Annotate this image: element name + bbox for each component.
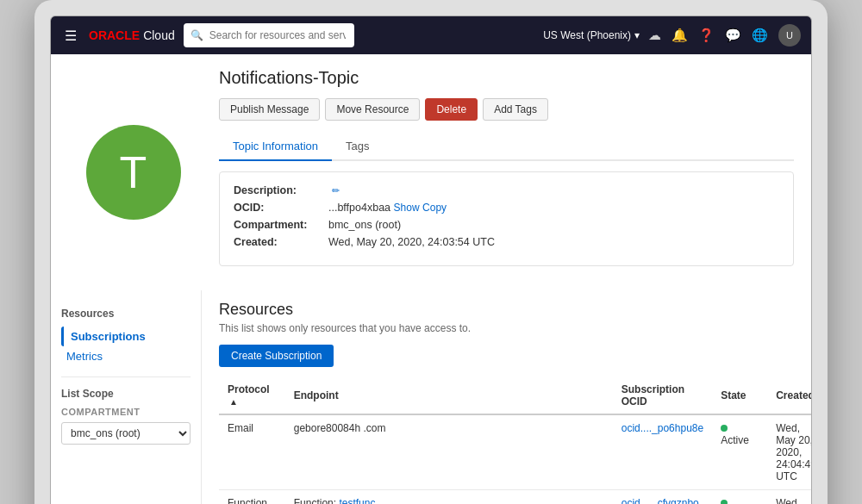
cell-created-function: Wed, May 20, 2020, 24:06:10 UTC	[767, 490, 811, 505]
avatar[interactable]: U	[778, 24, 801, 47]
help-icon[interactable]: ❓	[698, 28, 715, 43]
cell-protocol-function: Function	[219, 490, 285, 505]
col-header-endpoint[interactable]: Endpoint	[285, 377, 613, 414]
cell-state-email: Active	[712, 414, 767, 490]
cell-created-email: Wed, May 20, 2020, 24:04:49 UTC	[767, 414, 811, 490]
cloud-icon[interactable]: ☁	[648, 28, 661, 43]
search-container: 🔍	[184, 23, 355, 47]
action-buttons: Publish Message Move Resource Delete Add…	[219, 98, 794, 121]
search-input[interactable]	[184, 23, 355, 47]
function-link[interactable]: testfunc	[339, 497, 375, 504]
description-row: Description: ✏	[234, 184, 779, 196]
sidebar-divider	[61, 376, 191, 377]
ocid-label: OCID:	[234, 202, 328, 214]
add-tags-button[interactable]: Add Tags	[483, 98, 548, 121]
tab-topic-information[interactable]: Topic Information	[219, 133, 332, 161]
globe-icon[interactable]: 🌐	[752, 28, 768, 43]
cell-ocid-function: ocid...._cfvgznbo	[613, 490, 712, 505]
created-value: Wed, May 20, 2020, 24:03:54 UTC	[328, 236, 495, 248]
nav-icons-group: ☁ 🔔 ❓ 💬 🌐 U	[648, 24, 801, 47]
compartment-select[interactable]: bmc_ons (root) root	[61, 422, 191, 445]
sidebar-resources-title: Resources	[61, 308, 191, 320]
resources-section-title: Resources	[219, 301, 811, 319]
search-icon: 🔍	[191, 29, 203, 41]
hamburger-menu-icon[interactable]: ☰	[61, 24, 80, 47]
resource-title: Notifications-Topic	[219, 68, 794, 88]
cell-state-function: Active	[712, 490, 767, 505]
edit-icon[interactable]: ✏	[332, 185, 340, 196]
status-active-dot	[721, 425, 728, 432]
compartment-label: COMPARTMENT	[61, 407, 191, 417]
compartment-label: Compartment:	[234, 219, 328, 231]
cell-ocid-email: ocid...._po6hpu8e	[613, 414, 712, 490]
table-row: Email gebore80084h .com ocid...._po6hpu8…	[219, 414, 811, 490]
sidebar-item-metrics[interactable]: Metrics	[61, 346, 191, 366]
table-row: Function Function: testfunc Application:	[219, 490, 811, 505]
region-label: US West (Phoenix)	[543, 29, 631, 41]
col-header-created[interactable]: Created	[767, 377, 811, 414]
create-subscription-button[interactable]: Create Subscription	[219, 345, 334, 367]
cloud-text: Cloud	[143, 28, 175, 42]
tab-tags[interactable]: Tags	[332, 133, 383, 161]
cell-endpoint-email: gebore80084h .com	[285, 414, 613, 490]
subscription-ocid-link[interactable]: ocid...._po6hpu8e	[622, 422, 703, 434]
col-header-protocol[interactable]: Protocol ▲	[219, 377, 285, 414]
description-label: Description:	[234, 184, 328, 196]
move-resource-button[interactable]: Move Resource	[325, 98, 420, 121]
compartment-value: bmc_ons (root)	[328, 219, 401, 231]
compartment-row: Compartment: bmc_ons (root)	[234, 219, 779, 231]
cell-protocol-email: Email	[219, 414, 285, 490]
publish-message-button[interactable]: Publish Message	[219, 98, 320, 121]
ocid-show-link[interactable]: Show	[394, 202, 420, 214]
col-header-state[interactable]: State	[712, 377, 767, 414]
created-label: Created:	[234, 236, 328, 248]
oracle-logo: ORACLE Cloud	[89, 28, 175, 42]
status-active-dot	[721, 500, 728, 504]
ocid-row: OCID: ...bffpo4xbaa Show Copy	[234, 202, 779, 214]
tabs: Topic Information Tags	[219, 133, 794, 161]
resources-section: Resources This list shows only resources…	[202, 290, 811, 504]
avatar-letter: T	[120, 146, 147, 198]
table-header-row: Protocol ▲ Endpoint Subscription OCID St…	[219, 377, 811, 414]
resource-avatar: T	[86, 125, 181, 220]
subscription-ocid-link[interactable]: ocid...._cfvgznbo	[622, 497, 699, 504]
oracle-text: ORACLE	[89, 28, 140, 42]
sidebar-list-scope-title: List Scope	[61, 388, 191, 400]
endpoint-function-prefix: Function:	[294, 497, 340, 504]
region-arrow-icon: ▾	[634, 29, 640, 41]
info-panel: Description: ✏ OCID: ...bffpo4xbaa Show …	[219, 171, 794, 266]
delete-button[interactable]: Delete	[425, 98, 478, 121]
main-layout: T Notifications-Topic Publish Message Mo…	[51, 54, 811, 504]
navigation-bar: ☰ ORACLE Cloud 🔍 US West (Phoenix) ▾ ☁ 🔔…	[51, 16, 811, 54]
ocid-value: ...bffpo4xbaa	[328, 202, 390, 214]
resources-section-subtitle: This list shows only resources that you …	[219, 322, 811, 334]
sidebar: Resources Subscriptions Metrics List Sco…	[51, 290, 202, 504]
col-header-subscription-ocid[interactable]: Subscription OCID	[613, 377, 712, 414]
notification-bell-icon[interactable]: 🔔	[671, 28, 688, 43]
subscriptions-table: Protocol ▲ Endpoint Subscription OCID St…	[219, 377, 811, 504]
chat-icon[interactable]: 💬	[725, 28, 741, 43]
sidebar-item-subscriptions[interactable]: Subscriptions	[61, 327, 191, 346]
cell-endpoint-function: Function: testfunc Application: Function…	[285, 490, 613, 505]
region-selector[interactable]: US West (Phoenix) ▾	[543, 29, 640, 41]
created-row: Created: Wed, May 20, 2020, 24:03:54 UTC	[234, 236, 779, 248]
sort-arrow-icon: ▲	[229, 397, 238, 407]
ocid-copy-link[interactable]: Copy	[422, 202, 447, 214]
